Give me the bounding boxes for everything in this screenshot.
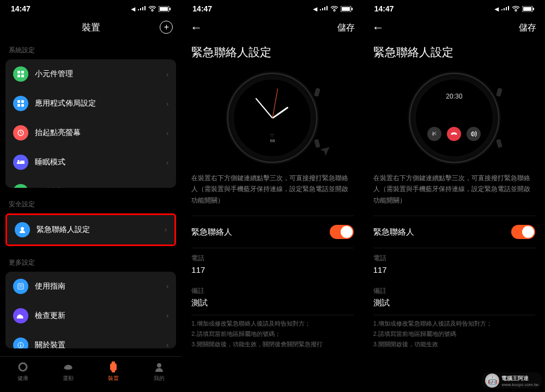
description: 在裝置右下方側鍵連續點擊三次，可直接撥打緊急聯絡人（需裝置與手機藍牙保持連線，設… [364,173,545,216]
location-icon: ◂ [495,4,499,13]
app-layout-settings[interactable]: 應用程式佈局設定› [5,89,176,118]
emergency-toggle[interactable] [511,225,535,239]
wifi-icon [330,6,338,12]
minute-hand [255,97,272,118]
back-button[interactable]: ← [372,21,384,35]
note-label: 備註 [181,281,363,298]
emergency-toggle-row: 緊急聯絡人 [364,216,545,248]
speaker-icon [467,127,481,141]
svg-point-16 [21,227,24,230]
note-value[interactable]: 測試 [364,298,545,315]
svg-rect-6 [21,75,24,77]
svg-rect-29 [342,7,350,11]
save-button[interactable]: 儲存 [519,22,536,34]
heart-rate: ♡68 [270,133,275,143]
svg-rect-17 [18,284,23,289]
add-device-button[interactable]: + [160,21,173,34]
crown-icon [496,139,502,148]
watermark: 🤖 電腦王阿達 www.kocpc.com.tw [482,372,542,389]
tab-profile[interactable]: 我的 [153,361,165,382]
screen-emergency-call: 14:47 ◂ ← 儲存 緊急聯絡人設定 20:30 [364,0,545,392]
status-time: 14:47 [374,4,394,13]
svg-rect-2 [169,8,171,10]
signal-icon [501,6,510,11]
save-button[interactable]: 儲存 [337,22,355,34]
grid-icon [13,96,28,111]
svg-rect-4 [21,71,24,74]
cloud-icon [13,308,28,323]
crown-icon [496,88,502,97]
phone-value[interactable]: 117 [364,265,545,281]
watch-illustration: ♡68 ➤ [181,70,363,173]
status-indicators: ◂ [495,4,534,13]
tab-exercise[interactable]: 運動 [62,361,74,382]
svg-point-27 [157,363,161,367]
emergency-contact-settings[interactable]: 緊急聯絡人設定› [7,215,174,244]
shoe-icon [62,361,74,373]
tab-health[interactable]: 健康 [17,361,29,382]
toggle-label: 緊急聯絡人 [191,227,232,237]
check-update[interactable]: 檢查更新› [5,301,176,330]
more-settings-group: 使用指南› 檢查更新› 關於裝置› [5,272,176,348]
info-icon [13,338,28,348]
widget-management[interactable]: 小元件管理› [5,59,176,89]
phone-value[interactable]: 117 [181,265,363,281]
status-time: 14:47 [192,4,212,13]
chevron-right-icon: › [165,225,167,234]
about-device[interactable]: 關於裝置› [5,330,176,348]
tab-device[interactable]: 裝置 [107,361,119,382]
svg-point-13 [17,160,20,162]
watch-digital-time: 20:30 [446,93,462,100]
call-controls [427,127,481,141]
page-title: 裝置 [82,21,100,34]
note-value[interactable]: 測試 [181,298,363,315]
svg-rect-30 [352,8,353,10]
svg-rect-7 [17,100,20,103]
svg-rect-26 [112,371,115,372]
chevron-right-icon: › [166,70,168,78]
wifi-icon [148,6,156,12]
chevron-right-icon: › [166,341,168,348]
svg-rect-3 [17,71,20,74]
battery-icon [159,6,171,12]
person-icon [15,222,30,237]
grid-icon [13,66,28,82]
system-settings-group: 小元件管理› 應用程式佈局設定› 抬起點亮螢幕› 睡眠模式› 下鍵自訂› [5,59,176,188]
emergency-toggle[interactable] [330,225,354,239]
svg-rect-10 [21,104,24,107]
book-icon [13,279,28,294]
hangup-icon [447,127,461,141]
lower-button-customize[interactable]: 下鍵自訂› [5,177,176,188]
chevron-right-icon: › [166,158,168,167]
signal-icon [319,6,328,11]
svg-rect-32 [523,7,531,11]
mute-icon [427,127,441,141]
svg-rect-14 [20,161,25,162]
svg-point-22 [20,343,21,344]
watch-tab-icon [107,361,119,373]
description: 在裝置右下方側鍵連續點擊三次，可直接撥打緊急聯絡人（需裝置與手機藍牙保持連線，設… [181,173,363,216]
phone-label: 電話 [181,248,363,265]
sleep-mode[interactable]: 睡眠模式› [5,148,176,177]
back-button[interactable]: ← [190,21,202,35]
tab-bar: 健康 運動 裝置 我的 [0,356,181,392]
status-time: 14:47 [11,4,31,13]
rules-list: 1.增加或修改緊急聯絡人後請及時告知對方； 2.請填寫當前地區歸屬地的號碼； 3… [181,315,363,352]
svg-rect-5 [17,75,20,77]
raise-to-wake[interactable]: 抬起點亮螢幕› [5,118,176,148]
page-title: 緊急聯絡人設定 [181,42,363,70]
header: ← 儲存 [364,15,545,42]
section-more: 更多設定 [0,254,181,272]
ring-icon [17,361,29,373]
section-system: 系統設定 [0,41,181,59]
note-label: 備註 [364,281,545,298]
toggle-label: 緊急聯絡人 [373,227,414,237]
watch-icon [13,125,28,140]
section-security: 安全設定 [0,195,181,213]
crown-icon [314,88,321,97]
user-guide[interactable]: 使用指南› [5,272,176,301]
svg-rect-12 [17,162,25,164]
chevron-right-icon: › [166,100,168,108]
status-bar: 14:47 ◂ [0,0,181,15]
button-icon [13,184,28,188]
